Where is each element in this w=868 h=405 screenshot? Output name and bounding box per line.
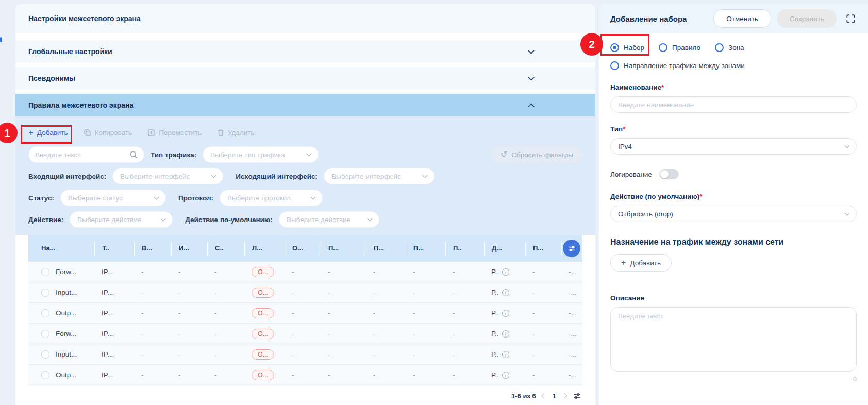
info-icon[interactable]: i bbox=[502, 310, 509, 317]
rule-name: Forw... bbox=[56, 268, 77, 276]
prev-page-icon[interactable] bbox=[541, 393, 547, 398]
cell-empty: - bbox=[321, 289, 366, 296]
chevron-down-icon bbox=[367, 216, 372, 222]
info-icon[interactable]: i bbox=[502, 372, 509, 379]
logging-toggle[interactable] bbox=[659, 169, 679, 179]
cell-empty: - bbox=[134, 330, 171, 338]
rule-name: Outp... bbox=[56, 309, 77, 317]
rule-name: Forw... bbox=[56, 330, 77, 338]
row-checkbox[interactable] bbox=[41, 371, 49, 379]
reset-filters-button[interactable]: ↺ Сбросить фильтры bbox=[491, 146, 582, 163]
rule-action: P.. bbox=[491, 268, 499, 276]
rule-name: Input... bbox=[56, 289, 77, 296]
section-label: Псевдонимы bbox=[28, 74, 529, 82]
default-action-select[interactable]: Выберите действие bbox=[279, 211, 379, 228]
add-button[interactable]: + Добавить bbox=[28, 128, 68, 137]
radio-zone[interactable]: Зона bbox=[715, 43, 744, 52]
traffic-type-select[interactable]: Выберите тип трафика bbox=[203, 146, 319, 163]
section-global-settings[interactable]: Глобальные настройки bbox=[15, 40, 595, 63]
rules-toolbar: + Добавить Копировать Переместить Удалит… bbox=[28, 125, 582, 140]
chevron-down-icon bbox=[161, 216, 166, 222]
table-row[interactable]: Outp... IP... - - - О... - - - - - P..i … bbox=[28, 303, 582, 324]
protocol-select[interactable]: Выберите протокол bbox=[220, 190, 323, 206]
page-number[interactable]: 1 bbox=[553, 392, 556, 400]
accordion-sections: Глобальные настройки Псевдонимы Правила … bbox=[15, 40, 595, 116]
copy-button[interactable]: Копировать bbox=[84, 129, 132, 137]
rules-table: На... Т.. В... И... С.. Л... О... П... П… bbox=[15, 235, 595, 405]
logging-badge: О... bbox=[252, 370, 274, 380]
incoming-interface-label: Входящий интерфейс: bbox=[28, 173, 106, 180]
table-row[interactable]: Forw... IP... - - - О... - - - - - P..i … bbox=[28, 324, 582, 344]
default-action-select[interactable]: Отбросить (drop) bbox=[610, 206, 857, 222]
cell-empty: - bbox=[406, 309, 445, 317]
cell-empty: - bbox=[171, 309, 207, 317]
type-select[interactable]: IPv4 bbox=[610, 138, 857, 155]
cell-tail: -... bbox=[561, 309, 582, 317]
column-header: О... bbox=[285, 242, 321, 255]
radio-traffic-direction[interactable]: Направление трафика между зонами bbox=[610, 61, 745, 70]
table-row[interactable]: Input... IP... - - - О... - - - - - P..i… bbox=[28, 282, 582, 303]
rule-action: P.. bbox=[491, 371, 499, 379]
logging-row: Логирование bbox=[610, 169, 857, 179]
row-checkbox[interactable] bbox=[41, 268, 49, 276]
info-icon[interactable]: i bbox=[502, 268, 509, 276]
table-row[interactable]: Outp... IP... - - - О... - - - - - P..i … bbox=[28, 365, 582, 385]
add-zone-button[interactable]: + Добавить bbox=[610, 254, 672, 272]
cell-empty: - bbox=[285, 330, 321, 338]
chevron-down-icon bbox=[423, 173, 428, 178]
row-checkbox[interactable] bbox=[41, 309, 49, 317]
save-button[interactable]: Сохранить bbox=[777, 9, 837, 28]
default-action-label: Действие (по умолчанию)* bbox=[610, 193, 857, 200]
cell-empty: - bbox=[445, 309, 484, 317]
add-set-panel: Добавление набора Отменить Сохранить Наб… bbox=[599, 4, 868, 405]
info-icon[interactable]: i bbox=[502, 351, 509, 358]
cell-empty: - bbox=[445, 289, 484, 296]
logging-badge: О... bbox=[252, 308, 274, 318]
delete-button[interactable]: Удалить bbox=[217, 129, 255, 137]
search-input[interactable] bbox=[35, 151, 129, 159]
section-firewall-rules[interactable]: Правила межсетевого экрана bbox=[15, 94, 595, 116]
incoming-interface-select[interactable]: Выберите интерфейс bbox=[112, 168, 223, 184]
next-page-icon[interactable] bbox=[561, 393, 567, 398]
expand-panel-button[interactable] bbox=[845, 13, 857, 25]
radio-rule[interactable]: Правило bbox=[659, 43, 700, 52]
chevron-down-icon bbox=[211, 173, 216, 178]
fullscreen-icon bbox=[846, 14, 856, 24]
radio-set[interactable]: Набор bbox=[610, 43, 644, 52]
rule-type: IP... bbox=[94, 289, 134, 296]
column-header: П... bbox=[321, 242, 366, 255]
cell-empty: - bbox=[207, 289, 244, 296]
cancel-button[interactable]: Отменить bbox=[713, 9, 771, 28]
copy-icon bbox=[84, 129, 91, 137]
chevron-down-icon bbox=[845, 143, 850, 148]
rule-type: IP... bbox=[94, 371, 134, 379]
row-checkbox[interactable] bbox=[41, 289, 49, 297]
info-icon[interactable]: i bbox=[502, 289, 509, 296]
required-mark: * bbox=[699, 193, 702, 200]
description-textarea[interactable] bbox=[610, 307, 857, 372]
column-header: Л... bbox=[244, 242, 285, 255]
row-checkbox[interactable] bbox=[41, 350, 49, 359]
action-select[interactable]: Выберите действие bbox=[70, 211, 173, 228]
add-set-form: Набор Правило Зона Направление трафика м… bbox=[599, 43, 868, 383]
outgoing-interface-select[interactable]: Выберите интерфейс bbox=[324, 168, 435, 184]
table-row[interactable]: Forw... IP... - - - О... - - - - - P..i … bbox=[28, 262, 582, 282]
info-icon[interactable]: i bbox=[502, 330, 509, 338]
name-input[interactable] bbox=[610, 96, 857, 113]
section-aliases[interactable]: Псевдонимы bbox=[15, 67, 595, 90]
panel-title-bar: Настройки межсетевого экрана bbox=[15, 4, 595, 33]
move-button[interactable]: Переместить bbox=[147, 129, 202, 137]
column-header: П... bbox=[406, 242, 445, 255]
cell-empty: - bbox=[134, 268, 171, 276]
cell-empty: - bbox=[525, 350, 561, 358]
status-select[interactable]: Выберите статус bbox=[60, 190, 166, 206]
radio-icon bbox=[715, 43, 724, 52]
table-row[interactable]: Input... IP... - - - О... - - - - - P..i… bbox=[28, 344, 582, 365]
cell-empty: - bbox=[366, 309, 406, 317]
table-settings-icon[interactable] bbox=[573, 392, 581, 400]
row-checkbox[interactable] bbox=[41, 330, 49, 338]
pagination: 1-6 из 6 1 bbox=[28, 385, 582, 405]
cell-empty: - bbox=[207, 309, 244, 317]
table-body: Forw... IP... - - - О... - - - - - P..i … bbox=[28, 262, 582, 385]
column-settings-button[interactable] bbox=[563, 240, 580, 257]
